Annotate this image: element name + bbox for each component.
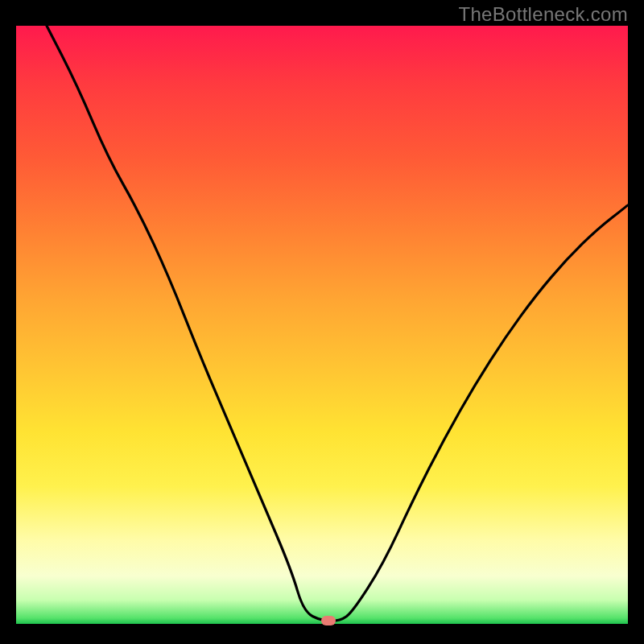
curve-path — [47, 26, 628, 621]
optimum-marker — [321, 616, 336, 625]
plot-area — [16, 26, 628, 624]
bottleneck-curve — [16, 26, 628, 624]
watermark-text: TheBottleneck.com — [458, 3, 628, 26]
chart-container: TheBottleneck.com — [0, 0, 644, 644]
